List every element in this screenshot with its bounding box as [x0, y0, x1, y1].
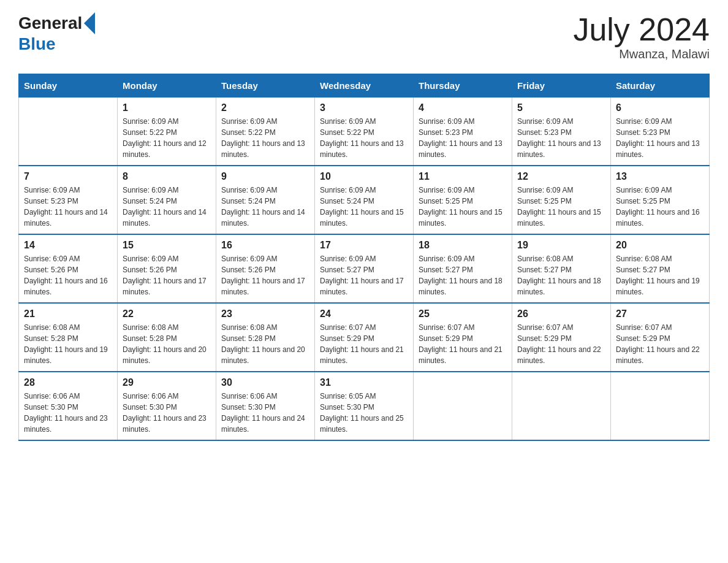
- page-subtitle: Mwanza, Malawi: [573, 47, 710, 61]
- week-row-5: 28Sunrise: 6:06 AMSunset: 5:30 PMDayligh…: [19, 372, 710, 440]
- calendar-cell: 23Sunrise: 6:08 AMSunset: 5:28 PMDayligh…: [216, 303, 315, 372]
- day-number: 12: [517, 171, 605, 182]
- calendar-cell: 31Sunrise: 6:05 AMSunset: 5:30 PMDayligh…: [315, 372, 414, 440]
- day-number: 25: [419, 308, 507, 320]
- calendar-cell: 8Sunrise: 6:09 AMSunset: 5:24 PMDaylight…: [118, 166, 216, 234]
- column-header-wednesday: Wednesday: [315, 74, 414, 98]
- day-number: 1: [123, 102, 211, 113]
- day-info: Sunrise: 6:08 AMSunset: 5:28 PMDaylight:…: [123, 322, 211, 366]
- week-row-3: 14Sunrise: 6:09 AMSunset: 5:26 PMDayligh…: [19, 234, 710, 303]
- day-number: 18: [419, 240, 507, 251]
- week-row-4: 21Sunrise: 6:08 AMSunset: 5:28 PMDayligh…: [19, 303, 710, 372]
- column-header-tuesday: Tuesday: [216, 74, 315, 98]
- calendar-cell: 6Sunrise: 6:09 AMSunset: 5:23 PMDaylight…: [611, 98, 710, 166]
- calendar-cell: 13Sunrise: 6:09 AMSunset: 5:25 PMDayligh…: [611, 166, 710, 234]
- day-info: Sunrise: 6:09 AMSunset: 5:23 PMDaylight:…: [517, 116, 605, 160]
- day-info: Sunrise: 6:07 AMSunset: 5:29 PMDaylight:…: [517, 322, 605, 366]
- day-info: Sunrise: 6:06 AMSunset: 5:30 PMDaylight:…: [123, 391, 211, 435]
- day-number: 21: [24, 308, 112, 320]
- day-info: Sunrise: 6:09 AMSunset: 5:27 PMDaylight:…: [419, 253, 507, 297]
- day-number: 24: [320, 308, 408, 320]
- day-info: Sunrise: 6:09 AMSunset: 5:22 PMDaylight:…: [123, 116, 211, 160]
- calendar-cell: 17Sunrise: 6:09 AMSunset: 5:27 PMDayligh…: [315, 234, 414, 303]
- day-info: Sunrise: 6:06 AMSunset: 5:30 PMDaylight:…: [24, 391, 112, 435]
- calendar-cell: 11Sunrise: 6:09 AMSunset: 5:25 PMDayligh…: [414, 166, 512, 234]
- calendar-cell: [611, 372, 710, 440]
- day-info: Sunrise: 6:08 AMSunset: 5:28 PMDaylight:…: [24, 322, 112, 366]
- calendar-cell: 1Sunrise: 6:09 AMSunset: 5:22 PMDaylight…: [118, 98, 216, 166]
- day-number: 13: [616, 171, 704, 182]
- day-number: 10: [320, 171, 408, 182]
- day-number: 2: [221, 102, 309, 113]
- title-section: July 2024 Mwanza, Malawi: [573, 12, 710, 61]
- day-number: 11: [419, 171, 507, 182]
- column-header-sunday: Sunday: [19, 74, 118, 98]
- logo-blue-text: Blue: [18, 34, 56, 54]
- calendar-cell: 4Sunrise: 6:09 AMSunset: 5:23 PMDaylight…: [414, 98, 512, 166]
- column-header-monday: Monday: [118, 74, 216, 98]
- day-number: 3: [320, 102, 408, 113]
- page-title: July 2024: [573, 12, 710, 47]
- day-info: Sunrise: 6:05 AMSunset: 5:30 PMDaylight:…: [320, 391, 408, 435]
- calendar-cell: 19Sunrise: 6:08 AMSunset: 5:27 PMDayligh…: [512, 234, 611, 303]
- calendar-cell: 28Sunrise: 6:06 AMSunset: 5:30 PMDayligh…: [19, 372, 118, 440]
- calendar-cell: 21Sunrise: 6:08 AMSunset: 5:28 PMDayligh…: [19, 303, 118, 372]
- calendar-cell: 3Sunrise: 6:09 AMSunset: 5:22 PMDaylight…: [315, 98, 414, 166]
- day-info: Sunrise: 6:07 AMSunset: 5:29 PMDaylight:…: [320, 322, 408, 366]
- day-number: 27: [616, 308, 704, 320]
- day-number: 29: [123, 377, 211, 388]
- day-number: 17: [320, 240, 408, 251]
- day-number: 15: [123, 240, 211, 251]
- calendar-cell: 10Sunrise: 6:09 AMSunset: 5:24 PMDayligh…: [315, 166, 414, 234]
- calendar-cell: 9Sunrise: 6:09 AMSunset: 5:24 PMDaylight…: [216, 166, 315, 234]
- day-info: Sunrise: 6:09 AMSunset: 5:26 PMDaylight:…: [24, 253, 112, 297]
- day-info: Sunrise: 6:09 AMSunset: 5:22 PMDaylight:…: [221, 116, 309, 160]
- page-header: General Blue July 2024 Mwanza, Malawi: [18, 12, 710, 61]
- calendar-cell: 7Sunrise: 6:09 AMSunset: 5:23 PMDaylight…: [19, 166, 118, 234]
- calendar-cell: 22Sunrise: 6:08 AMSunset: 5:28 PMDayligh…: [118, 303, 216, 372]
- column-header-friday: Friday: [512, 74, 611, 98]
- day-number: 9: [221, 171, 309, 182]
- day-info: Sunrise: 6:09 AMSunset: 5:24 PMDaylight:…: [221, 185, 309, 229]
- logo-general-text: General: [18, 13, 82, 33]
- day-info: Sunrise: 6:09 AMSunset: 5:25 PMDaylight:…: [517, 185, 605, 229]
- calendar-cell: 18Sunrise: 6:09 AMSunset: 5:27 PMDayligh…: [414, 234, 512, 303]
- calendar-cell: 12Sunrise: 6:09 AMSunset: 5:25 PMDayligh…: [512, 166, 611, 234]
- calendar-cell: 2Sunrise: 6:09 AMSunset: 5:22 PMDaylight…: [216, 98, 315, 166]
- calendar-cell: 26Sunrise: 6:07 AMSunset: 5:29 PMDayligh…: [512, 303, 611, 372]
- day-info: Sunrise: 6:09 AMSunset: 5:25 PMDaylight:…: [616, 185, 704, 229]
- week-row-2: 7Sunrise: 6:09 AMSunset: 5:23 PMDaylight…: [19, 166, 710, 234]
- day-number: 22: [123, 308, 211, 320]
- calendar-cell: 14Sunrise: 6:09 AMSunset: 5:26 PMDayligh…: [19, 234, 118, 303]
- day-number: 30: [221, 377, 309, 388]
- calendar-cell: 5Sunrise: 6:09 AMSunset: 5:23 PMDaylight…: [512, 98, 611, 166]
- calendar-cell: 16Sunrise: 6:09 AMSunset: 5:26 PMDayligh…: [216, 234, 315, 303]
- calendar-cell: [414, 372, 512, 440]
- day-number: 26: [517, 308, 605, 320]
- day-number: 14: [24, 240, 112, 251]
- logo-triangle-icon: [84, 12, 95, 34]
- day-number: 8: [123, 171, 211, 182]
- day-info: Sunrise: 6:09 AMSunset: 5:26 PMDaylight:…: [123, 253, 211, 297]
- day-info: Sunrise: 6:08 AMSunset: 5:27 PMDaylight:…: [616, 253, 704, 297]
- day-info: Sunrise: 6:06 AMSunset: 5:30 PMDaylight:…: [221, 391, 309, 435]
- calendar-cell: 29Sunrise: 6:06 AMSunset: 5:30 PMDayligh…: [118, 372, 216, 440]
- day-info: Sunrise: 6:08 AMSunset: 5:28 PMDaylight:…: [221, 322, 309, 366]
- day-info: Sunrise: 6:07 AMSunset: 5:29 PMDaylight:…: [419, 322, 507, 366]
- calendar-cell: [512, 372, 611, 440]
- column-header-thursday: Thursday: [414, 74, 512, 98]
- calendar-cell: 27Sunrise: 6:07 AMSunset: 5:29 PMDayligh…: [611, 303, 710, 372]
- day-info: Sunrise: 6:09 AMSunset: 5:25 PMDaylight:…: [419, 185, 507, 229]
- day-info: Sunrise: 6:09 AMSunset: 5:22 PMDaylight:…: [320, 116, 408, 160]
- day-info: Sunrise: 6:09 AMSunset: 5:24 PMDaylight:…: [123, 185, 211, 229]
- column-header-saturday: Saturday: [611, 74, 710, 98]
- day-info: Sunrise: 6:09 AMSunset: 5:23 PMDaylight:…: [419, 116, 507, 160]
- day-number: 28: [24, 377, 112, 388]
- day-number: 7: [24, 171, 112, 182]
- day-info: Sunrise: 6:08 AMSunset: 5:27 PMDaylight:…: [517, 253, 605, 297]
- day-info: Sunrise: 6:09 AMSunset: 5:27 PMDaylight:…: [320, 253, 408, 297]
- day-info: Sunrise: 6:09 AMSunset: 5:23 PMDaylight:…: [24, 185, 112, 229]
- week-row-1: 1Sunrise: 6:09 AMSunset: 5:22 PMDaylight…: [19, 98, 710, 166]
- day-number: 16: [221, 240, 309, 251]
- day-number: 23: [221, 308, 309, 320]
